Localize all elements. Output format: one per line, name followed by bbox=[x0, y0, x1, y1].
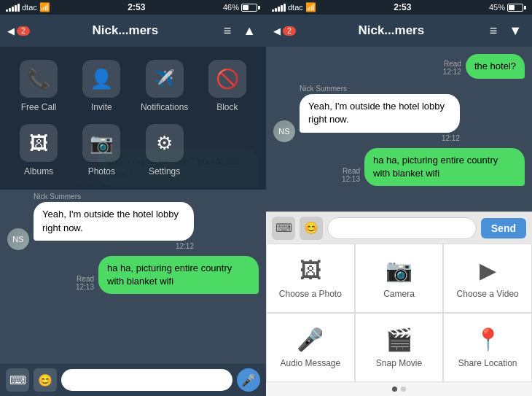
right-menu-icon[interactable]: ≡ bbox=[487, 20, 501, 42]
photos-label: Photos bbox=[88, 166, 115, 176]
msg-time: 12:13 bbox=[342, 175, 360, 183]
sent-bubble: ha ha, picturing entire country with bla… bbox=[98, 256, 259, 294]
left-time: 2:53 bbox=[128, 2, 145, 12]
msg-time: 12:13 bbox=[76, 283, 94, 291]
left-back-badge: 2 bbox=[17, 26, 30, 36]
keyboard-button[interactable]: ⌨ bbox=[6, 368, 29, 392]
menu-item-block[interactable]: 🚫 Block bbox=[198, 60, 257, 112]
notifications-icon: ✈️ bbox=[146, 60, 184, 98]
msg-time: 12:12 bbox=[34, 242, 194, 250]
menu-item-albums[interactable]: 🖼 Albums bbox=[9, 124, 68, 176]
right-back-arrow: ◀ bbox=[273, 26, 281, 36]
notifications-label: Notifications bbox=[141, 102, 188, 112]
signal-icon bbox=[6, 4, 20, 12]
invite-label: Invite bbox=[91, 102, 112, 112]
left-menu-overlay: 📞 Free Call 👤 Invite ✈️ Notifications 🚫 … bbox=[0, 47, 266, 190]
right-battery-pct: 45% bbox=[489, 3, 505, 12]
right-input-bar: ⌨ 😊 Send bbox=[266, 211, 532, 244]
battery-icon bbox=[241, 4, 260, 12]
read-label: Read bbox=[343, 167, 360, 175]
audio-message-button[interactable]: 🎤 Audio Message bbox=[266, 313, 355, 382]
settings-icon: ⚙ bbox=[146, 124, 184, 162]
read-indicator: Read 12:12 bbox=[443, 60, 461, 79]
snap-movie-icon: 🎬 bbox=[386, 327, 412, 352]
left-chevron-icon[interactable]: ▲ bbox=[240, 20, 259, 42]
msg-time: 12:12 bbox=[300, 134, 460, 142]
left-battery-info: 46% bbox=[223, 3, 260, 12]
choose-photo-label: Choose a Photo bbox=[279, 289, 342, 299]
snap-movie-label: Snap Movie bbox=[376, 358, 422, 368]
choose-photo-icon: 🖼 bbox=[300, 258, 321, 283]
dot-2 bbox=[401, 387, 406, 392]
table-row: Read 12:12 the hotel? bbox=[273, 54, 525, 79]
table-row: Read 12:13 ha ha, picturing entire count… bbox=[7, 256, 259, 294]
msg-wrapper: Nick Summers Yeah, I'm outside the hotel… bbox=[300, 85, 460, 141]
msg-wrapper: ha ha, picturing entire country with bla… bbox=[98, 256, 259, 294]
camera-button[interactable]: 📷 Camera bbox=[355, 244, 444, 313]
right-back-button[interactable]: ◀ 2 bbox=[273, 26, 296, 36]
avatar: NS bbox=[273, 120, 295, 142]
read-label: Read bbox=[77, 275, 94, 283]
right-message-input[interactable] bbox=[327, 217, 477, 239]
camera-label: Camera bbox=[383, 289, 415, 299]
read-indicator: Read 12:13 bbox=[342, 167, 360, 186]
left-menu-icon[interactable]: ≡ bbox=[221, 20, 235, 42]
received-bubble: Yeah, I'm outside the hotel lobby right … bbox=[34, 202, 194, 240]
msg-time: 12:12 bbox=[443, 68, 461, 76]
right-chat-header: ◀ 2 Nick...mers ≡ ▼ bbox=[266, 15, 532, 47]
send-button[interactable]: Send bbox=[481, 218, 526, 238]
right-chat-messages: Read 12:12 the hotel? NS Nick Summers Ye… bbox=[266, 47, 532, 211]
left-menu-row2: 🖼 Albums 📷 Photos ⚙ Settings bbox=[0, 118, 266, 182]
menu-item-invite[interactable]: 👤 Invite bbox=[72, 60, 130, 112]
left-chat-header: ◀ 2 Nick...mers ≡ ▲ bbox=[0, 15, 266, 47]
sent-bubble: ha ha, picturing entire country with bla… bbox=[364, 148, 525, 186]
free-call-icon: 📞 bbox=[20, 60, 58, 98]
left-panel: dtac 📶 2:53 46% ◀ 2 Nick...mers ≡ ▲ 📞 bbox=[0, 0, 266, 396]
right-keyboard-button[interactable]: ⌨ bbox=[272, 217, 295, 240]
right-carrier: dtac bbox=[288, 3, 303, 12]
block-icon: 🚫 bbox=[208, 60, 246, 98]
share-location-button[interactable]: 📍 Share Location bbox=[443, 313, 532, 382]
right-panel: dtac 📶 2:53 45% ◀ 2 Nick...mers ≡ ▼ R bbox=[266, 0, 532, 396]
audio-message-icon: 🎤 bbox=[297, 327, 324, 352]
right-emoji-button[interactable]: 😊 bbox=[300, 217, 323, 240]
attachment-panel: ⌨ 😊 Send 🖼 Choose a Photo 📷 Camera ▶ Cho… bbox=[266, 211, 532, 396]
left-menu-row1: 📞 Free Call 👤 Invite ✈️ Notifications 🚫 … bbox=[0, 54, 266, 118]
right-carrier-info: dtac 📶 bbox=[272, 2, 316, 12]
right-signal-icon bbox=[272, 4, 286, 12]
emoji-button[interactable]: 😊 bbox=[34, 368, 57, 392]
snap-movie-button[interactable]: 🎬 Snap Movie bbox=[355, 313, 444, 382]
mic-button[interactable]: 🎤 bbox=[237, 368, 260, 392]
choose-video-button[interactable]: ▶ Choose a Video bbox=[443, 244, 532, 313]
camera-icon: 📷 bbox=[386, 257, 412, 283]
right-status-bar: dtac 📶 2:53 45% bbox=[266, 0, 532, 15]
right-battery-icon bbox=[507, 4, 526, 12]
sent-bubble: the hotel? bbox=[466, 54, 525, 79]
menu-item-settings[interactable]: ⚙ Settings bbox=[136, 124, 194, 176]
read-label: Read bbox=[444, 60, 461, 68]
invite-icon: 👤 bbox=[82, 60, 120, 98]
received-bubble: Yeah, I'm outside the hotel lobby right … bbox=[300, 94, 460, 132]
left-battery-pct: 46% bbox=[223, 3, 239, 12]
left-message-input[interactable] bbox=[61, 369, 232, 391]
photos-icon: 📷 bbox=[82, 124, 120, 162]
share-location-icon: 📍 bbox=[474, 327, 501, 352]
menu-item-free-call[interactable]: 📞 Free Call bbox=[9, 60, 68, 112]
menu-item-notifications[interactable]: ✈️ Notifications bbox=[136, 60, 194, 112]
left-input-bar: ⌨ 😊 🎤 bbox=[0, 364, 266, 396]
wifi-icon: 📶 bbox=[39, 2, 50, 12]
choose-video-icon: ▶ bbox=[480, 257, 496, 283]
choose-photo-button[interactable]: 🖼 Choose a Photo bbox=[266, 244, 355, 313]
sender-name: Nick Summers bbox=[34, 193, 194, 201]
menu-item-photos[interactable]: 📷 Photos bbox=[72, 124, 130, 176]
right-wifi-icon: 📶 bbox=[305, 2, 316, 12]
sender-name: Nick Summers bbox=[300, 85, 460, 93]
avatar: NS bbox=[7, 228, 29, 250]
albums-icon: 🖼 bbox=[20, 124, 58, 162]
choose-video-label: Choose a Video bbox=[457, 289, 519, 299]
right-back-badge: 2 bbox=[283, 26, 296, 36]
table-row: Read 12:13 ha ha, picturing entire count… bbox=[273, 148, 525, 186]
right-chevron-icon[interactable]: ▼ bbox=[506, 20, 525, 42]
attach-grid: 🖼 Choose a Photo 📷 Camera ▶ Choose a Vid… bbox=[266, 244, 532, 382]
left-back-button[interactable]: ◀ 2 bbox=[7, 26, 30, 36]
